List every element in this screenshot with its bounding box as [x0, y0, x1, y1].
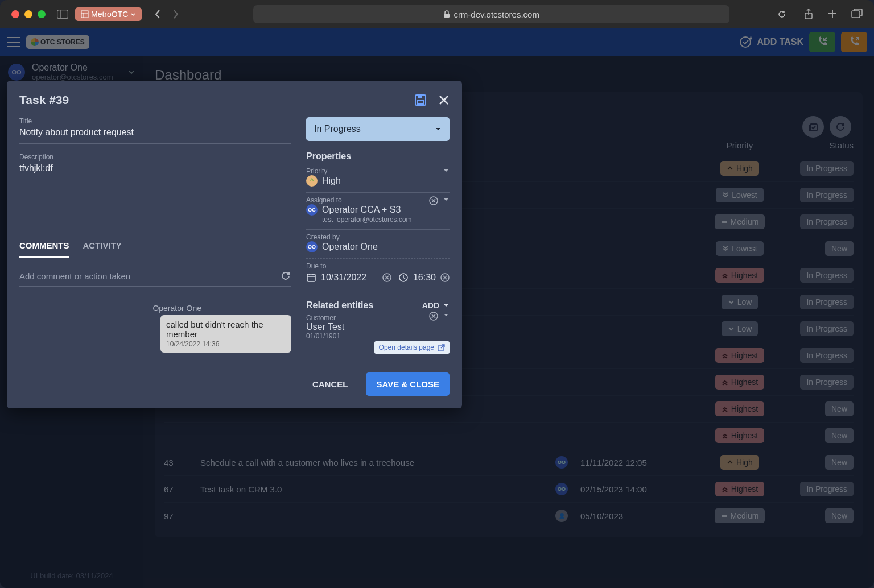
calendar-icon: [306, 272, 316, 283]
maximize-window-icon[interactable]: [38, 10, 46, 18]
title-input[interactable]: Notify about product request: [19, 125, 291, 144]
comment-entry: Operator One called but didn't reach the…: [19, 304, 291, 353]
svg-rect-2: [81, 11, 88, 18]
created-label: Created by: [306, 233, 450, 241]
cancel-button[interactable]: CANCEL: [308, 372, 353, 396]
created-name: Operator One: [322, 242, 378, 252]
customer-name: User Test: [306, 322, 344, 332]
clear-icon[interactable]: [429, 196, 438, 205]
assigned-email: test_operator@otcstores.com: [322, 216, 450, 223]
svg-rect-5: [444, 14, 450, 18]
chevron-down-icon[interactable]: [443, 312, 450, 318]
assigned-avatar: OC: [306, 204, 318, 216]
comment-author: Operator One: [152, 304, 201, 313]
chevron-down-icon[interactable]: [443, 196, 450, 203]
save-icon[interactable]: [414, 94, 427, 106]
minimize-window-icon[interactable]: [24, 10, 32, 18]
sidebar-toggle-icon[interactable]: [57, 10, 68, 19]
url-bar[interactable]: crm-dev.otcstores.com: [253, 5, 729, 23]
task-dialog: Task #39 Title Notify about product requ…: [7, 81, 462, 408]
comment-time: 10/24/2022 14:36: [166, 340, 286, 348]
clear-icon[interactable]: [429, 312, 438, 321]
status-select[interactable]: In Progress: [306, 117, 450, 141]
title-label: Title: [19, 117, 291, 125]
traffic-lights: [11, 10, 46, 18]
created-avatar: OO: [306, 241, 318, 252]
back-button[interactable]: [154, 9, 161, 19]
comment-input[interactable]: Add comment or action taken: [19, 266, 291, 287]
svg-rect-0: [57, 10, 68, 19]
browser-tab-label: MetroOTC: [91, 10, 128, 19]
due-date-input[interactable]: 10/31/2022: [306, 272, 391, 285]
browser-chrome: MetroOTC crm-dev.otcstores.com: [0, 0, 874, 28]
customer-dob: 01/01/1901: [306, 332, 450, 340]
created-row: Created by OOOperator One: [306, 230, 450, 259]
save-close-button[interactable]: SAVE & CLOSE: [366, 372, 450, 396]
svg-rect-28: [418, 96, 422, 98]
description-label: Description: [19, 153, 291, 161]
due-time-input[interactable]: 16:30: [398, 272, 450, 285]
properties-heading: Properties: [306, 151, 450, 162]
due-label: Due to: [306, 262, 450, 270]
tab-overview-icon[interactable]: [851, 9, 863, 20]
due-time-value: 16:30: [413, 272, 436, 283]
tab-activity[interactable]: ACTIVITY: [83, 235, 122, 258]
chevron-down-icon: [443, 302, 450, 309]
priority-row[interactable]: Priority ^High: [306, 164, 450, 193]
comment-text: called but didn't reach the member: [166, 320, 286, 339]
chevron-down-icon: [435, 126, 442, 132]
clear-time-icon[interactable]: [440, 273, 450, 282]
assigned-row[interactable]: Assigned to OCOperator CCA + S3 test_ope…: [306, 193, 450, 230]
browser-nav: [154, 9, 179, 19]
dialog-title: Task #39: [19, 93, 69, 107]
svg-rect-7: [852, 11, 860, 18]
status-value: In Progress: [314, 124, 361, 134]
customer-label: Customer: [306, 314, 450, 322]
tab-comments[interactable]: COMMENTS: [19, 235, 69, 258]
description-input[interactable]: tfvhjkl;df: [19, 161, 291, 223]
tab-chevron-icon: [130, 11, 136, 17]
add-related-button[interactable]: ADD: [422, 301, 450, 310]
comment-placeholder: Add comment or action taken: [19, 271, 130, 281]
forward-button[interactable]: [172, 9, 179, 19]
share-icon[interactable]: [803, 9, 814, 20]
refresh-comments-icon[interactable]: [280, 270, 291, 281]
open-external-icon: [438, 344, 445, 351]
clear-date-icon[interactable]: [382, 273, 391, 282]
assigned-label: Assigned to: [306, 196, 450, 204]
reload-icon[interactable]: [777, 10, 786, 19]
svg-rect-30: [307, 274, 315, 281]
due-date-value: 10/31/2022: [321, 272, 366, 283]
related-heading: Related entities: [306, 300, 373, 310]
close-dialog-icon[interactable]: [438, 94, 450, 106]
priority-value: High: [322, 176, 341, 186]
open-details-link[interactable]: Open details page: [374, 341, 450, 354]
priority-chip-icon: ^: [306, 175, 318, 187]
svg-rect-27: [418, 101, 423, 104]
lock-icon: [443, 10, 450, 18]
url-text: crm-dev.otcstores.com: [454, 10, 539, 19]
clock-icon: [398, 272, 409, 283]
customer-row[interactable]: Customer User Test 01/01/1901 Open detai…: [306, 310, 450, 353]
browser-tools: [803, 9, 863, 20]
assigned-name: Operator CCA + S3: [322, 205, 401, 215]
browser-tab[interactable]: MetroOTC: [75, 7, 142, 21]
new-tab-icon[interactable]: [827, 9, 838, 20]
chevron-down-icon[interactable]: [443, 167, 450, 174]
priority-label: Priority: [306, 167, 450, 175]
close-window-icon[interactable]: [11, 10, 19, 18]
